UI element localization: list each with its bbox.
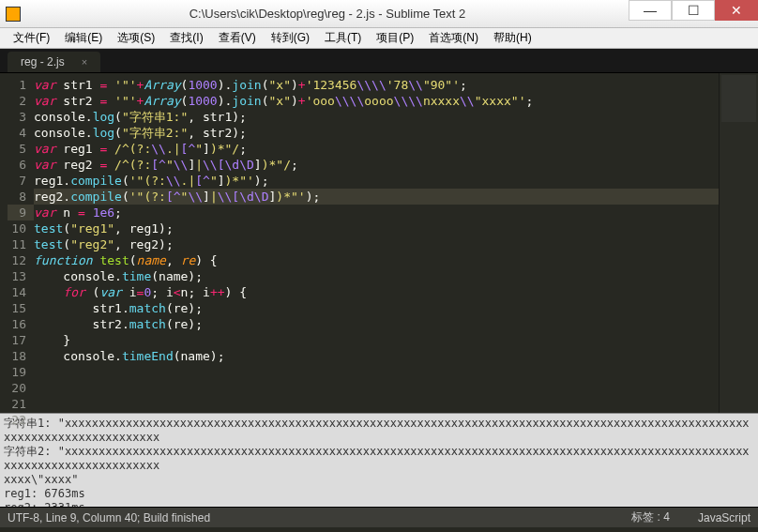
- tab-close-icon[interactable]: ×: [82, 56, 87, 68]
- line-gutter: 12345678910111213141516171819202122: [0, 73, 34, 413]
- minimap-viewport[interactable]: [721, 75, 756, 122]
- menu-selection[interactable]: 选项(S): [110, 28, 162, 48]
- menu-edit[interactable]: 编辑(E): [57, 28, 110, 48]
- app-icon: [6, 7, 21, 22]
- menu-file[interactable]: 文件(F): [6, 28, 57, 48]
- menu-preferences[interactable]: 首选项(N): [421, 28, 486, 48]
- status-left[interactable]: UTF-8, Line 9, Column 40; Build finished: [8, 511, 631, 524]
- tab-label: reg - 2.js: [21, 55, 65, 68]
- window-title: C:\Users\cik\Desktop\reg\reg - 2.js - Su…: [26, 7, 629, 21]
- code-editor[interactable]: var str1 = '"'+Array(1000).join("x")+'12…: [34, 73, 719, 413]
- editor-area: 12345678910111213141516171819202122 var …: [0, 73, 758, 413]
- minimap[interactable]: [719, 73, 758, 413]
- minimize-button[interactable]: —: [629, 0, 672, 21]
- status-syntax[interactable]: JavaScript: [698, 511, 750, 524]
- build-output-panel[interactable]: 字符串1: "xxxxxxxxxxxxxxxxxxxxxxxxxxxxxxxxx…: [0, 413, 758, 507]
- menu-tools[interactable]: 工具(T): [317, 28, 369, 48]
- menu-view[interactable]: 查看(V): [211, 28, 264, 48]
- menu-goto[interactable]: 转到(G): [264, 28, 317, 48]
- menu-project[interactable]: 项目(P): [369, 28, 421, 48]
- status-tab-size[interactable]: 标签 : 4: [631, 509, 670, 525]
- status-bar: UTF-8, Line 9, Column 40; Build finished…: [0, 507, 758, 527]
- tab-file[interactable]: reg - 2.js ×: [8, 52, 100, 72]
- close-button[interactable]: ✕: [715, 0, 758, 21]
- menu-help[interactable]: 帮助(H): [486, 28, 539, 48]
- menu-bar: 文件(F) 编辑(E) 选项(S) 查找(I) 查看(V) 转到(G) 工具(T…: [0, 28, 758, 49]
- menu-find[interactable]: 查找(I): [162, 28, 210, 48]
- window-controls: — ☐ ✕: [629, 0, 758, 21]
- maximize-button[interactable]: ☐: [672, 0, 715, 21]
- tab-bar: reg - 2.js ×: [0, 49, 758, 73]
- window-titlebar: C:\Users\cik\Desktop\reg\reg - 2.js - Su…: [0, 0, 758, 28]
